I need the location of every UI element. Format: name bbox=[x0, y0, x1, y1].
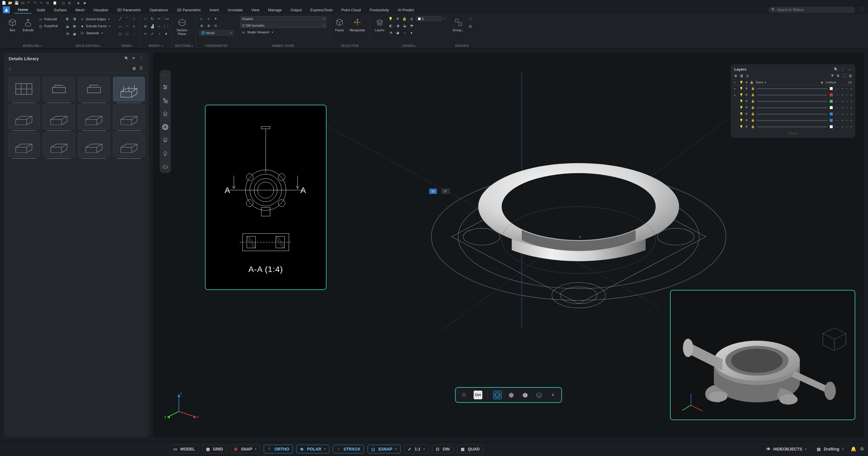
ribbon-search[interactable]: Search in Ribbon bbox=[769, 7, 855, 13]
library-item[interactable] bbox=[8, 105, 40, 129]
pushpull-button[interactable]: ◫Push/Pull bbox=[37, 23, 59, 29]
group-layers-title[interactable]: LAYERS▾ bbox=[373, 43, 445, 48]
se-icon-2[interactable]: ◑ bbox=[72, 16, 77, 22]
layer-row[interactable]: 💡❄🔒 ----▾ —▾ bbox=[734, 111, 852, 117]
extrude-button[interactable]: Extrude bbox=[21, 16, 35, 33]
close-icon[interactable]: ✕ bbox=[549, 391, 557, 399]
tab-home[interactable]: Home bbox=[14, 6, 32, 13]
grid-button[interactable]: ▦GRID bbox=[202, 445, 227, 453]
mod-trim-icon[interactable]: ✂ bbox=[157, 16, 162, 22]
layer-row[interactable]: 💡❄🔒 ----▾ —▾ bbox=[734, 104, 852, 111]
ctrl-key-button[interactable]: Ctrl bbox=[473, 391, 482, 399]
tab-expresstools[interactable]: ExpressTools bbox=[307, 7, 336, 13]
layer-filter-icon[interactable]: ⧩ bbox=[831, 74, 834, 78]
library-item[interactable] bbox=[43, 105, 75, 129]
faces-button[interactable]: Faces bbox=[333, 16, 346, 33]
tab-view[interactable]: View bbox=[248, 7, 263, 13]
layer-row[interactable]: ▸ 💡❄🔒 ----▾ —▾ bbox=[734, 85, 852, 92]
group-button[interactable]: Group... bbox=[451, 16, 466, 33]
layer-tool-7-icon[interactable]: ○ bbox=[402, 30, 407, 35]
qat-cube-icon[interactable]: ◫ bbox=[62, 1, 66, 5]
layer-settings-icon[interactable]: ⚙ bbox=[836, 74, 840, 78]
tab-pointcloud[interactable]: Point Cloud bbox=[338, 7, 364, 13]
layer-collapse-icon[interactable]: ⊟ bbox=[849, 74, 852, 78]
extrude-faces-button[interactable]: ◈Extrude Faces▾ bbox=[79, 23, 112, 29]
layer-delete-icon[interactable]: 🗑 bbox=[740, 74, 744, 78]
tab-mesh[interactable]: Mesh bbox=[72, 7, 88, 13]
ortho-button[interactable]: └ORTHO bbox=[264, 445, 293, 453]
layer-tool-4-icon[interactable]: ◓ bbox=[409, 23, 414, 28]
library-item[interactable] bbox=[78, 77, 110, 101]
tab-manage[interactable]: Manage bbox=[265, 7, 285, 13]
layer-add-icon[interactable]: ⊕ bbox=[734, 74, 737, 78]
home-icon[interactable]: ⌂ bbox=[9, 66, 13, 71]
view-mode-3-icon[interactable] bbox=[521, 391, 529, 399]
layer-state-icon[interactable]: ⎙ bbox=[746, 74, 748, 78]
info-icon[interactable]: ⓘ bbox=[460, 391, 468, 399]
qat-saveall-icon[interactable]: 🗃 bbox=[21, 1, 25, 5]
section-view-card[interactable]: A A A-A (1:4) bbox=[205, 105, 327, 290]
esnap-button[interactable]: ◻ESNAP▾ bbox=[368, 445, 400, 453]
group-sections-title[interactable]: SECTIONS▾ bbox=[175, 43, 193, 48]
layer-row[interactable]: 💡❄🔒 ----▾ —▾ bbox=[734, 124, 852, 130]
library-item[interactable] bbox=[113, 132, 145, 157]
lin-col[interactable]: Lin bbox=[848, 81, 852, 84]
tab-visualize[interactable]: Visualize bbox=[90, 7, 112, 13]
qat-undo-icon[interactable]: ↶ bbox=[27, 1, 31, 5]
tab-surface[interactable]: Surface bbox=[50, 7, 70, 13]
layer-row[interactable]: 💡❄🔒 ----▾ —▾ bbox=[734, 98, 852, 104]
layer-expand-icon[interactable]: ⛶ bbox=[842, 74, 846, 78]
manipulate-button[interactable]: Manipulate bbox=[348, 16, 367, 33]
3d-preview-card[interactable] bbox=[670, 290, 855, 420]
tab-aipredict[interactable]: AI Predict bbox=[394, 7, 417, 13]
draw-polyline-icon[interactable]: 〰 bbox=[124, 24, 130, 29]
color-col-icon[interactable]: ◆ bbox=[821, 81, 823, 84]
polysolid-button[interactable]: ▱Polysolid bbox=[37, 16, 59, 22]
se-icon-4[interactable]: ◓ bbox=[72, 24, 77, 29]
layer-row[interactable]: ▸ 💡❄🔒 ----▾ —▾ bbox=[734, 92, 852, 98]
strack-button[interactable]: ⟋STRACK bbox=[333, 445, 364, 453]
group-draw-title[interactable]: DRAW▾ bbox=[118, 43, 136, 48]
view-mode-1-icon[interactable] bbox=[493, 391, 502, 399]
world-dropdown[interactable]: 🌐 World bbox=[199, 30, 234, 36]
view-mode-4-icon[interactable] bbox=[534, 391, 543, 399]
tab-2dparametric[interactable]: 2D Parametric bbox=[114, 7, 145, 13]
angle-value[interactable]: 0° bbox=[441, 189, 450, 194]
layer-tool-3-icon[interactable]: ◒ bbox=[402, 23, 407, 28]
draw-arc-icon[interactable]: ⌒ bbox=[124, 16, 130, 22]
library-item[interactable] bbox=[43, 132, 75, 157]
layer-tool-2-icon[interactable]: ◑ bbox=[395, 23, 400, 28]
qat-redo-icon[interactable]: ↷ bbox=[34, 1, 38, 5]
current-layer-input[interactable]: 0 bbox=[416, 16, 442, 22]
freeze-col-icon[interactable]: ❄ bbox=[745, 81, 748, 84]
qat-paste-icon[interactable]: 📋 bbox=[53, 1, 57, 5]
workspace-button[interactable]: ▤Drafting▾ bbox=[813, 445, 847, 453]
bell-icon[interactable]: 🔔 bbox=[850, 446, 857, 452]
dim-value[interactable]: 16 bbox=[429, 189, 437, 194]
layers-search-icon[interactable]: 🔍 bbox=[834, 67, 838, 71]
hideobjects-button[interactable]: 👁HIDEOBJECTS▾ bbox=[763, 445, 810, 453]
rail-brush-icon[interactable] bbox=[162, 137, 168, 143]
scale-button[interactable]: ⤢1:1▾ bbox=[404, 445, 429, 453]
se-icon-6[interactable]: ◕ bbox=[72, 31, 77, 36]
lock-icon[interactable]: 🔒 bbox=[402, 16, 407, 22]
ribbon-expand-icon[interactable]: ⛶ bbox=[860, 7, 865, 12]
mod-erase-icon[interactable]: ✕ bbox=[143, 31, 148, 36]
qat-save-icon[interactable]: 💾 bbox=[14, 1, 19, 5]
visual-style-dropdown[interactable]: Shaded bbox=[240, 16, 327, 22]
se-icon-1[interactable]: ◐ bbox=[65, 16, 70, 22]
view-mode-2-icon[interactable] bbox=[507, 391, 516, 399]
se-icon-3[interactable]: ◒ bbox=[65, 24, 70, 29]
rail-tree-icon[interactable] bbox=[162, 97, 168, 104]
more-icon[interactable]: ⋮ bbox=[140, 57, 144, 61]
library-item-selected[interactable] bbox=[113, 77, 145, 101]
coord-icon-5[interactable]: ⊗ bbox=[206, 23, 211, 28]
lock-col-icon[interactable]: 🔒 bbox=[750, 81, 753, 84]
library-item[interactable] bbox=[8, 77, 40, 101]
name-col[interactable]: Name ▾ bbox=[756, 81, 818, 84]
layers-close-icon[interactable]: ⋯ bbox=[848, 67, 852, 71]
qat-open-icon[interactable]: 📂 bbox=[8, 1, 12, 5]
section-plane-button[interactable]: Section Plane bbox=[175, 16, 189, 37]
library-item[interactable] bbox=[43, 77, 75, 101]
rail-circle-icon[interactable] bbox=[162, 124, 168, 130]
